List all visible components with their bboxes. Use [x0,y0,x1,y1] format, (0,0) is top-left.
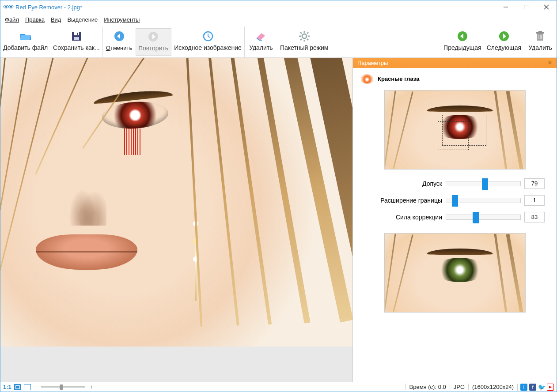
svg-rect-5 [74,32,79,35]
svg-line-16 [300,32,302,34]
close-button[interactable] [536,0,557,14]
previous-button[interactable]: Предыдущая [441,28,484,56]
strength-slider[interactable] [446,215,521,220]
menu-file[interactable]: Файл [5,16,19,23]
panel-title: Красные глаза [358,74,551,84]
arrow-left-icon [114,30,125,42]
expand-label: Расширение границы [358,197,442,204]
svg-rect-7 [77,33,78,35]
circle-arrow-left-icon [457,30,468,42]
image-canvas[interactable] [0,58,352,347]
arrow-right-icon [148,30,159,43]
svg-rect-24 [538,31,542,32]
redo-button[interactable]: Повторить [136,28,172,56]
next-button[interactable]: Следующая [484,28,524,56]
circle-arrow-right-icon [498,30,510,42]
fit-window-icon[interactable] [24,384,31,390]
zoom-in-icon[interactable]: + [90,384,93,390]
panel-header-title: Параметры [357,60,388,66]
canvas-pane [0,58,352,382]
add-file-button[interactable]: Добавить файл [0,28,50,56]
info-icon[interactable]: i [520,384,527,391]
strength-row: Сила коррекции 83 [358,212,551,222]
panel-close-icon[interactable]: ✕ [548,60,552,66]
svg-rect-6 [74,37,79,40]
titlebar: 👁👁 Red Eye Remover - 2.jpg* [0,0,557,14]
toolbar: Добавить файл Сохранить как... Отменить … [0,26,557,58]
red-eye-icon [361,74,373,84]
eraser-icon [255,30,267,42]
batch-mode-button[interactable]: Пакетный режим [277,28,331,56]
zoom-out-icon[interactable]: − [34,384,37,390]
save-icon [71,30,82,42]
image-content [0,58,352,347]
undo-button[interactable]: Отменить [103,28,136,56]
panel-header: Параметры ✕ [353,58,557,68]
zoom-label[interactable]: 1:1 [3,384,11,390]
expand-slider[interactable] [446,198,521,203]
svg-line-17 [307,39,308,40]
strength-label: Сила коррекции [358,214,442,221]
menu-view[interactable]: Вид [51,16,61,23]
tolerance-slider[interactable] [446,181,521,186]
preview-before [384,90,526,170]
preview-after [384,233,526,313]
fit-screen-icon[interactable] [14,384,21,390]
svg-rect-1 [524,5,528,9]
tolerance-row: Допуск 79 [358,178,551,189]
menubar: Файл Правка Вид Выделение Инструменты [0,14,557,26]
gear-icon [299,30,310,42]
remove-button[interactable]: Удалить [524,28,557,56]
save-as-button[interactable]: Сохранить как... [50,28,102,56]
status-time: Время (с): 0.0 [405,384,450,390]
maximize-button[interactable] [516,0,536,14]
main-area: Параметры ✕ Красные глаза Допуск [0,58,557,382]
tolerance-value[interactable]: 79 [524,178,545,189]
svg-point-11 [302,34,307,38]
canvas-padding [0,347,352,382]
history-icon [202,30,214,42]
svg-rect-23 [536,32,544,34]
expand-value[interactable]: 1 [524,195,545,206]
menu-edit[interactable]: Правка [25,16,45,23]
minimize-button[interactable] [496,0,516,14]
app-icon: 👁👁 [3,4,13,11]
strength-value[interactable]: 83 [524,212,545,222]
status-format: JPG [450,384,468,390]
original-image-button[interactable]: Исходное изображение [171,28,244,56]
twitter-icon[interactable]: 🐦 [538,384,545,391]
tolerance-label: Допуск [358,180,442,187]
statusbar: 1:1 − + Время (с): 0.0 JPG (1600x1200x24… [0,382,557,392]
svg-line-19 [300,39,302,40]
menu-tools[interactable]: Инструменты [104,16,140,23]
expand-row: Расширение границы 1 [358,195,551,206]
parameters-panel: Параметры ✕ Красные глаза Допуск [352,58,557,382]
window-title: Red Eye Remover - 2.jpg* [15,4,82,11]
folder-open-icon [19,30,32,42]
trash-icon [535,30,545,42]
facebook-icon[interactable]: f [529,384,536,391]
youtube-icon[interactable]: ▶ [547,384,554,391]
delete-button[interactable]: Удалить [245,28,277,56]
zoom-slider[interactable] [41,386,85,388]
status-dimensions: (1600x1200x24) [468,384,517,390]
menu-selection[interactable]: Выделение [67,16,98,23]
svg-line-18 [307,32,308,34]
